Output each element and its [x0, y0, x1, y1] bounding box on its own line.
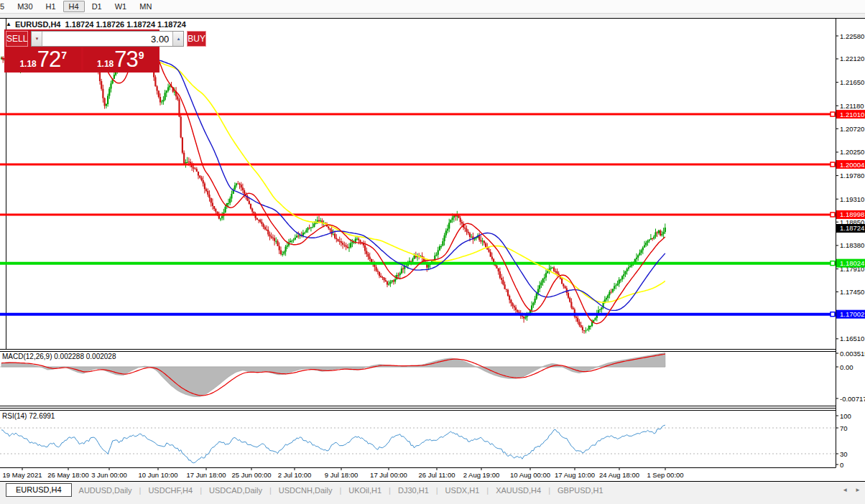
sell-button[interactable]: SELL [6, 31, 28, 47]
price-axis[interactable]: 1.225801.221201.216501.211801.207201.202… [836, 32, 865, 469]
rsi-axis-label: 70 [840, 424, 848, 432]
volume-decrement-button[interactable]: ▼ [32, 32, 42, 46]
volume-control: ▼ ▲ [31, 31, 184, 47]
chart-title-text: EURUSD,H4 1.18724 1.18726 1.18724 1.1872… [15, 20, 186, 29]
candlestick-series [1, 34, 665, 333]
svg-text:1.18998: 1.18998 [840, 210, 864, 218]
buy-button[interactable]: BUY [187, 31, 206, 47]
timeframe-button-5[interactable]: 5 [0, 1, 10, 12]
chart-tab-usdchf[interactable]: USDCHF,H4 [141, 485, 200, 496]
price-axis-label: 1.22580 [840, 32, 864, 40]
rsi-axis-label: 30 [840, 450, 848, 458]
timeframe-button-d1[interactable]: D1 [86, 1, 108, 12]
level-handle[interactable] [831, 312, 835, 317]
chart-tab-bar: EURUSD,H4AUDUSD,Daily|USDCHF,H4|USDCAD,D… [0, 481, 865, 504]
time-axis-label: 10 Jun 10:00 [139, 471, 178, 479]
level-handle[interactable] [831, 213, 835, 217]
time-axis-label: 2 Jul 10:00 [278, 471, 311, 479]
time-axis-label: 19 May 2021 [3, 471, 42, 479]
macd-label: MACD(12,26,9) 0.002288 0.002028 [2, 353, 116, 360]
time-axis-label: 3 Jun 00:00 [91, 471, 127, 479]
price-axis-label: 1.20720 [840, 125, 864, 133]
sell-price-display[interactable]: 1.18 72 7 [6, 47, 81, 71]
macd-axis-label: 0.003515 [840, 350, 865, 358]
chart-tab-dj30[interactable]: DJ30,H1 [391, 485, 436, 496]
price-axis-label: 1.21650 [840, 78, 864, 86]
rsi-axis-label: 0 [840, 461, 843, 469]
price-axis-label: 1.19780 [840, 172, 864, 179]
buy-price-display[interactable]: 1.18 73 9 [83, 47, 159, 71]
tab-scroll-right-icon[interactable]: ► [855, 487, 861, 493]
macd-axis-label: 0.00 [840, 363, 854, 371]
chart-tab-xauusd[interactable]: XAUUSD,H4 [489, 485, 548, 496]
price-axis-label: 1.19310 [840, 195, 864, 203]
time-axis-label: 2 Aug 19:00 [463, 471, 500, 479]
price-axis-label: 1.20250 [840, 148, 864, 156]
svg-text:1.17002: 1.17002 [840, 310, 864, 318]
volume-input[interactable] [42, 32, 172, 46]
trade-controls-row: SELL ▼ ▲ BUY [6, 31, 158, 47]
time-axis-label: 26 Jul 11:00 [418, 471, 455, 479]
buy-price-pip: 9 [139, 50, 144, 60]
tab-scroll-buttons: ◄ ► [842, 487, 861, 493]
chart-tab-usdcnh[interactable]: USDCNH,Daily [272, 485, 340, 496]
ma-slow-line [1, 57, 665, 302]
buy-price-prefix: 1.18 [97, 60, 114, 68]
level-handle[interactable] [831, 261, 835, 266]
buy-price-main: 73 [114, 48, 137, 70]
time-axis-label: 24 Aug 18:00 [599, 471, 639, 479]
svg-text:1.21010: 1.21010 [840, 111, 864, 118]
svg-text:1.18724: 1.18724 [840, 224, 864, 232]
chart-tab-gbpusd[interactable]: GBPUSD,H1 [550, 485, 611, 496]
mt4-window: { "toolbar": {"timeframes": ["5","M30","… [0, 0, 865, 504]
sell-price-prefix: 1.18 [19, 60, 36, 68]
ma-mid-line [1, 55, 665, 310]
one-click-trading-panel: SELL ▼ ▲ BUY 1.18 72 7 1.18 73 9 [4, 29, 159, 73]
panel-borders [0, 19, 865, 468]
timeframe-toolbar: 5M30H1H4D1W1MN [0, 0, 865, 13]
price-axis-label: 1.21180 [840, 102, 864, 110]
time-axis[interactable]: 19 May 202126 May 18:003 Jun 00:0010 Jun… [3, 468, 684, 479]
time-axis-label: 17 Jul 00:00 [370, 471, 407, 479]
time-axis-label: 17 Jun 18:00 [187, 471, 226, 479]
timeframe-button-h4[interactable]: H4 [63, 1, 85, 12]
level-handle[interactable] [831, 112, 835, 116]
timeframe-button-mn[interactable]: MN [134, 1, 157, 12]
sell-price-main: 72 [37, 48, 60, 70]
tab-scroll-left-icon[interactable]: ◄ [842, 487, 848, 493]
price-axis-label: 1.17450 [840, 288, 864, 296]
collapse-triangle-icon[interactable]: ▲ [6, 21, 11, 27]
svg-text:1.20004: 1.20004 [840, 161, 864, 169]
timeframe-button-w1[interactable]: W1 [109, 1, 133, 12]
price-axis-label: 1.16510 [840, 335, 864, 342]
rsi-line [1, 425, 665, 463]
level-handle[interactable] [831, 162, 835, 167]
trade-prices-row: 1.18 72 7 1.18 73 9 [6, 47, 158, 71]
price-axis-label: 1.22120 [840, 55, 864, 62]
time-axis-label: 17 Aug 10:00 [555, 471, 595, 479]
chart-tab-usdcad[interactable]: USDCAD,Daily [202, 485, 269, 496]
rsi-indicator [0, 425, 836, 463]
svg-text:1.18024: 1.18024 [840, 259, 864, 267]
chart-tab-usdx[interactable]: USDX,H1 [438, 485, 487, 496]
time-axis-label: 1 Sep 00:00 [647, 471, 683, 479]
volume-increment-button[interactable]: ▲ [172, 32, 183, 46]
chart-tabs: EURUSD,H4AUDUSD,Daily|USDCHF,H4|USDCAD,D… [6, 482, 611, 498]
rsi-label: RSI(14) 72.6991 [2, 412, 55, 420]
chart-tab-audusd[interactable]: AUDUSD,Daily [72, 485, 139, 496]
chart-tab-ukoil[interactable]: UKOil,H1 [341, 485, 389, 496]
time-axis-label: 26 May 18:00 [47, 471, 89, 479]
timeframe-button-h1[interactable]: H1 [40, 1, 62, 12]
rsi-axis-label: 100 [840, 412, 851, 420]
chart-window-top-border [0, 18, 865, 19]
macd-axis-label: -0.00717 [840, 395, 865, 403]
horizontal-level-lines[interactable] [0, 112, 836, 317]
chart-tab-eurusd[interactable]: EURUSD,H4 [6, 483, 72, 497]
time-axis-label: 10 Aug 00:00 [510, 471, 550, 479]
time-axis-label: 9 Jul 18:00 [325, 471, 358, 479]
time-axis-label: 25 Jun 00:00 [232, 471, 272, 479]
sell-price-pip: 7 [61, 50, 67, 60]
chart-title: ▲ EURUSD,H4 1.18724 1.18726 1.18724 1.18… [6, 20, 186, 29]
timeframe-button-m30[interactable]: M30 [11, 1, 38, 12]
price-axis-label: 1.18380 [840, 241, 864, 249]
